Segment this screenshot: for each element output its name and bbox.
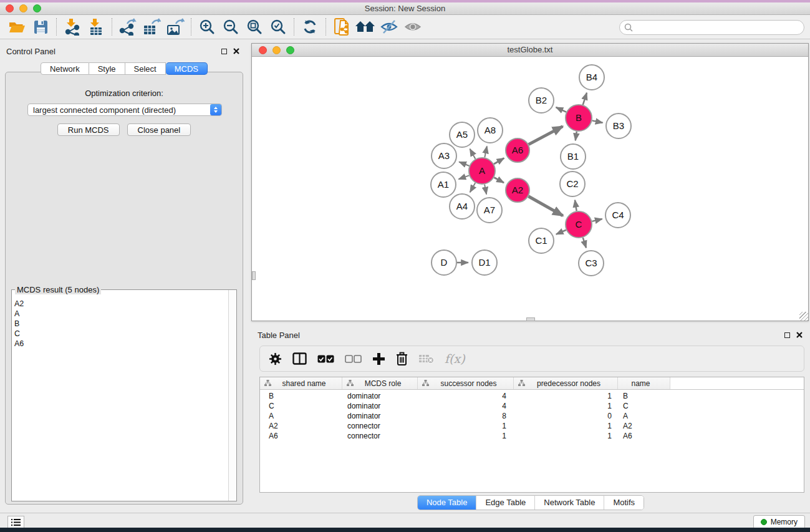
save-session-button[interactable] bbox=[29, 16, 52, 37]
import-network-button[interactable] bbox=[60, 16, 84, 37]
column-header-predecessor-nodes[interactable]: predecessor nodes bbox=[514, 377, 618, 389]
trash-icon[interactable] bbox=[396, 352, 408, 365]
add-icon[interactable] bbox=[372, 352, 385, 365]
export-table-button[interactable] bbox=[140, 16, 163, 37]
graph-edge-A-A7[interactable] bbox=[485, 185, 486, 195]
graph-edge-A-A6[interactable] bbox=[494, 158, 504, 164]
graph-edge-C-C3[interactable] bbox=[583, 238, 586, 248]
column-options-icon[interactable] bbox=[292, 352, 307, 365]
panel-list-button[interactable] bbox=[7, 516, 24, 529]
hide-selected-button[interactable] bbox=[377, 16, 401, 37]
graph-edge-B-B2[interactable] bbox=[556, 107, 567, 112]
graph-node-C[interactable]: C bbox=[566, 211, 592, 238]
graph-node-A2[interactable]: A2 bbox=[506, 178, 529, 202]
export-image-button[interactable] bbox=[163, 16, 187, 37]
graph-node-B3[interactable]: B3 bbox=[606, 114, 631, 138]
table-row[interactable]: Cdominator41C bbox=[260, 401, 804, 411]
tab-network[interactable]: Network bbox=[41, 62, 89, 75]
graph-node-A7[interactable]: A7 bbox=[477, 198, 502, 223]
graph-node-A3[interactable]: A3 bbox=[432, 143, 456, 168]
tab-network-table[interactable]: Network Table bbox=[534, 496, 604, 510]
tab-node-table[interactable]: Node Table bbox=[418, 496, 476, 510]
window-resize-grip[interactable] bbox=[799, 312, 808, 321]
show-all-button[interactable] bbox=[401, 16, 425, 37]
network-canvas[interactable]: B4B2BB3A5A8A6A3B1AA1C2A2A4A7C4CC1C3DD1 bbox=[252, 57, 808, 321]
tab-motifs[interactable]: Motifs bbox=[604, 496, 644, 510]
graph-node-A6[interactable]: A6 bbox=[506, 138, 529, 162]
graph-node-B1[interactable]: B1 bbox=[561, 144, 586, 169]
graph-node-C3[interactable]: C3 bbox=[579, 251, 604, 276]
graph-edge-B-B1[interactable] bbox=[576, 132, 577, 140]
graph-node-C4[interactable]: C4 bbox=[605, 203, 630, 228]
graph-node-A[interactable]: A bbox=[469, 158, 495, 184]
graph-edge-A-A3[interactable] bbox=[459, 162, 469, 166]
mcds-result-item[interactable]: A bbox=[14, 309, 228, 319]
graph-node-A4[interactable]: A4 bbox=[450, 194, 475, 219]
mcds-list-scrollbar[interactable] bbox=[228, 290, 236, 501]
column-header-name[interactable]: name bbox=[618, 377, 670, 389]
graph-node-C1[interactable]: C1 bbox=[529, 228, 554, 253]
tab-style[interactable]: Style bbox=[89, 62, 125, 75]
run-mcds-button[interactable]: Run MCDS bbox=[57, 123, 120, 136]
panel-grabber-left[interactable] bbox=[252, 271, 256, 280]
graph-node-D1[interactable]: D1 bbox=[472, 250, 497, 275]
open-session-button[interactable] bbox=[5, 16, 29, 37]
first-neighbors-button[interactable] bbox=[354, 16, 377, 37]
mcds-result-item[interactable]: C bbox=[14, 329, 228, 339]
graph-edge-A-A2[interactable] bbox=[494, 178, 504, 183]
table-row[interactable]: Bdominator41B bbox=[260, 391, 804, 401]
graph-edge-A6-B[interactable] bbox=[529, 127, 563, 145]
clone-network-button[interactable] bbox=[330, 16, 354, 37]
select-all-icon[interactable] bbox=[317, 355, 334, 363]
graph-edge-A-A4[interactable] bbox=[470, 183, 476, 192]
graph-edge-A-A1[interactable] bbox=[459, 175, 470, 179]
zoom-selected-button[interactable] bbox=[266, 16, 290, 37]
graph-edge-C-C1[interactable] bbox=[556, 230, 566, 235]
graph-node-B[interactable]: B bbox=[566, 105, 592, 131]
table-row[interactable]: Adominator80A bbox=[260, 411, 804, 421]
graph-node-A8[interactable]: A8 bbox=[478, 118, 503, 143]
graph-edge-A-A5[interactable] bbox=[470, 149, 476, 159]
graph-edge-B-B3[interactable] bbox=[592, 120, 603, 122]
zoom-out-button[interactable] bbox=[219, 16, 243, 37]
graph-edge-C-C4[interactable] bbox=[592, 219, 602, 221]
graph-node-D[interactable]: D bbox=[432, 250, 456, 275]
table-settings-gear-icon[interactable] bbox=[269, 352, 282, 365]
table-row[interactable]: A6connector11A6 bbox=[260, 431, 804, 441]
tab-select[interactable]: Select bbox=[125, 62, 166, 75]
float-panel-icon[interactable] bbox=[221, 49, 227, 54]
close-panel-button[interactable]: Close panel bbox=[127, 123, 191, 136]
export-network-button[interactable] bbox=[116, 16, 140, 37]
graph-node-C2[interactable]: C2 bbox=[560, 172, 585, 196]
mcds-result-item[interactable]: A6 bbox=[14, 339, 228, 349]
mcds-result-item[interactable]: A2 bbox=[14, 299, 228, 309]
graph-edge-A2-C[interactable] bbox=[528, 196, 562, 216]
float-panel-icon[interactable] bbox=[784, 332, 790, 338]
apply-layout-button[interactable] bbox=[298, 16, 322, 37]
deselect-all-icon[interactable] bbox=[345, 355, 362, 363]
mcds-result-item[interactable]: B bbox=[14, 319, 228, 329]
graph-edge-A-A8[interactable] bbox=[485, 146, 487, 157]
criterion-dropdown[interactable]: largest connected component (directed) bbox=[27, 104, 222, 116]
column-header-MCDS-role[interactable]: MCDS role bbox=[342, 377, 418, 389]
graph-node-A1[interactable]: A1 bbox=[431, 172, 456, 197]
table-row[interactable]: A2connector11A2 bbox=[260, 421, 804, 431]
zoom-fit-button[interactable] bbox=[243, 16, 266, 37]
zoom-in-button[interactable] bbox=[195, 16, 219, 37]
graph-node-B2[interactable]: B2 bbox=[529, 88, 554, 113]
graph-node-A5[interactable]: A5 bbox=[450, 122, 475, 147]
column-header-successor-nodes[interactable]: successor nodes bbox=[418, 377, 514, 389]
graph-edge-B-B4[interactable] bbox=[583, 93, 587, 105]
memory-button[interactable]: Memory bbox=[753, 515, 805, 529]
delete-table-icon[interactable] bbox=[418, 354, 434, 364]
import-table-button[interactable] bbox=[84, 16, 108, 37]
column-header-shared-name[interactable]: shared name bbox=[260, 377, 342, 389]
close-panel-icon[interactable] bbox=[233, 48, 239, 54]
function-builder-icon[interactable]: f(x) bbox=[445, 352, 465, 365]
tab-edge-table[interactable]: Edge Table bbox=[476, 496, 534, 510]
close-panel-icon[interactable] bbox=[796, 332, 803, 338]
graph-node-B4[interactable]: B4 bbox=[579, 65, 604, 90]
panel-grabber-bottom[interactable] bbox=[526, 317, 535, 321]
graph-edge-C-C2[interactable] bbox=[575, 200, 577, 211]
tab-mcds[interactable]: MCDS bbox=[166, 62, 208, 75]
